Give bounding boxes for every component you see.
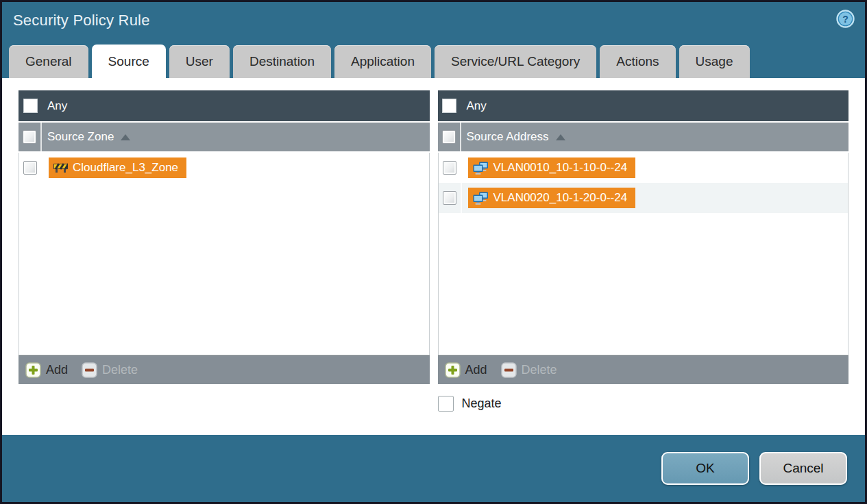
negate-label: Negate	[462, 396, 502, 411]
table-row[interactable]: Cloudflare_L3_Zone	[19, 153, 429, 183]
delete-minus-icon	[501, 362, 517, 378]
tab-service-url-category[interactable]: Service/URL Category	[435, 45, 596, 78]
source-zone-column-label: Source Zone	[42, 130, 114, 144]
cancel-button[interactable]: Cancel	[759, 452, 847, 485]
source-zone-list: Cloudflare_L3_Zone	[19, 153, 430, 355]
dialog-title: Security Policy Rule	[13, 12, 836, 29]
row-label: Cloudflare_L3_Zone	[73, 161, 178, 175]
source-address-footer: Add Delete	[438, 355, 849, 384]
address-tag[interactable]: VLAN0010_10-1-10-0--24	[468, 158, 636, 178]
row-label: VLAN0010_10-1-10-0--24	[493, 161, 628, 175]
source-address-column-label: Source Address	[461, 130, 549, 144]
add-plus-icon	[25, 362, 41, 378]
zone-tag[interactable]: Cloudflare_L3_Zone	[49, 158, 186, 178]
security-policy-rule-dialog: Security Policy Rule ? General Source Us…	[0, 0, 867, 504]
delete-minus-icon	[82, 362, 97, 378]
sort-ascending-icon	[121, 134, 130, 140]
dialog-tabs: General Source User Destination Applicat…	[2, 45, 865, 78]
dialog-title-bar: Security Policy Rule ?	[2, 2, 865, 45]
source-zone-column-header[interactable]: Source Zone	[19, 123, 430, 153]
source-zone-footer: Add Delete	[19, 355, 430, 384]
zone-icon	[53, 162, 68, 173]
source-zone-select-all-checkbox[interactable]	[23, 130, 36, 144]
source-address-select-all-checkbox[interactable]	[442, 130, 456, 144]
source-address-list: VLAN0010_10-1-10-0--24	[438, 153, 849, 355]
source-zone-any-label: Any	[42, 99, 67, 113]
tab-destination[interactable]: Destination	[233, 45, 331, 78]
row-checkbox[interactable]	[23, 161, 37, 175]
add-plus-icon	[445, 362, 461, 378]
source-zone-panel: Any Source Zone	[19, 90, 430, 384]
svg-text:?: ?	[842, 13, 848, 24]
address-icon	[473, 192, 489, 205]
sort-ascending-icon	[556, 134, 565, 140]
table-row[interactable]: VLAN0010_10-1-10-0--24	[439, 153, 848, 183]
tab-user[interactable]: User	[169, 45, 230, 78]
tab-application[interactable]: Application	[334, 45, 431, 78]
address-tag[interactable]: VLAN0020_10-1-20-0--24	[468, 188, 636, 208]
source-address-column-header[interactable]: Source Address	[438, 123, 849, 153]
delete-button[interactable]: Delete	[501, 362, 557, 378]
tab-usage[interactable]: Usage	[679, 45, 750, 78]
source-address-panel: Any Source Address	[438, 90, 849, 384]
table-row[interactable]: VLAN0020_10-1-20-0--24	[439, 183, 848, 213]
delete-button[interactable]: Delete	[82, 362, 138, 378]
add-button[interactable]: Add	[25, 362, 68, 378]
help-icon[interactable]: ?	[836, 10, 855, 28]
dialog-footer: OK Cancel	[2, 435, 865, 502]
negate-checkbox[interactable]	[438, 396, 454, 412]
tab-general[interactable]: General	[9, 45, 88, 78]
source-address-any-checkbox[interactable]	[442, 99, 456, 113]
address-icon	[473, 162, 489, 175]
ok-button[interactable]: OK	[661, 452, 749, 485]
source-address-any-label: Any	[461, 99, 487, 113]
source-address-any-bar: Any	[438, 90, 849, 123]
tab-actions[interactable]: Actions	[600, 45, 675, 78]
row-checkbox[interactable]	[443, 191, 456, 205]
tab-source[interactable]: Source	[92, 45, 166, 78]
source-zone-any-checkbox[interactable]	[23, 99, 38, 113]
source-zone-any-bar: Any	[19, 90, 430, 123]
row-label: VLAN0020_10-1-20-0--24	[493, 191, 628, 205]
add-button[interactable]: Add	[445, 362, 487, 378]
row-checkbox[interactable]	[443, 161, 456, 175]
source-tab-content: Any Source Zone	[2, 78, 865, 435]
